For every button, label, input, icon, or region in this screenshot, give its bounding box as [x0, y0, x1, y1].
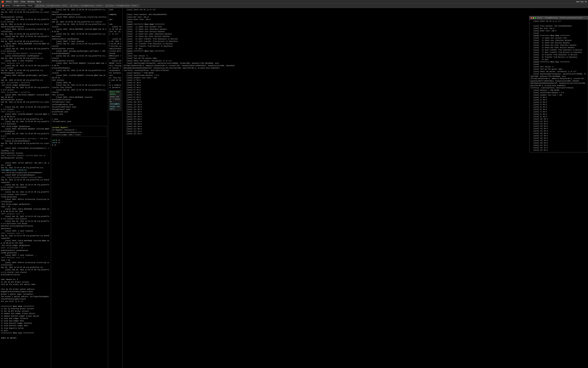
terminal-mid-left[interactable]: [java] Sep 28, 2022 12:33:02 AM org.grea… — [51, 8, 108, 184]
mid-warning3: on a temporary password, — [109, 84, 121, 89]
ml-line-1: [java] Sep 28, 2022 12:33:02 AM org.grea… — [52, 9, 107, 13]
mid-run: run: — [109, 23, 121, 26]
ml-line-33 — [52, 116, 107, 118]
tab-2-close[interactable]: ✕ — [36, 5, 38, 7]
left-line-25: INFO: accountName = greatfree — [1, 91, 50, 94]
left-line-1: INFO: message.getMessage().getType() = 3… — [1, 9, 50, 11]
terminal-left[interactable]: INFO: message.getMessage().getType() = 3… — [0, 8, 51, 184]
left-line-34: .hot.child.Ledger getBalances — [1, 125, 50, 128]
ml-line-21: [java] INFO: me — [52, 82, 107, 84]
r-spacer2: [java] — [123, 21, 294, 23]
left-line-20: [java] INFO: message.getMessage().getTyp… — [1, 74, 50, 79]
left-line-45 — [1, 159, 50, 162]
r-item14: [java] 14) 50.0 — [123, 111, 294, 113]
r-item20: [java] 20) 50.0 — [123, 125, 294, 128]
ml-line-19: [java] INFO: CLUSTER_REQUEST received @W… — [52, 74, 107, 79]
ml-line-6: [java] INFO: CHILD_RESPONSE received @We… — [52, 28, 107, 33]
r-item9: [java] 9) 50.0 — [123, 99, 294, 101]
tab-3-label: libing — libing@beizhang: ~/Wind/Cry/Bit… — [73, 5, 103, 7]
menu-shell[interactable]: Shell — [6, 1, 12, 3]
left-line-18: Sep 28, 2022 12:33:02 AM org.greatfree.c… — [1, 69, 50, 72]
r-unspent: [java] unspent list size = 160 — [123, 77, 294, 79]
ml-line-11: RootDispatcher process — [52, 48, 107, 50]
ml-prompt-user2: user — [52, 141, 56, 144]
left-line-50: [java] ROOT processRootRequest — [1, 174, 50, 176]
ml-account-req: ACCOUNT_REQUEST: — [53, 127, 106, 129]
left-line-39: [java] processRootRequest — [1, 140, 50, 142]
r-item1: [java] 1) 50.0 — [123, 79, 294, 82]
left-line-28: Sep 28, 2022 12:33:02 AM org.greatfree.c… — [1, 101, 50, 106]
ml-prompt3: $ cd .. — [52, 144, 107, 146]
mid-bitcoin-client: [java] Sep 28, 2022 12:22:58 AM wf.bitco… — [109, 38, 121, 55]
menu-view[interactable]: View — [21, 1, 25, 3]
left-line-17: [java] Sep 28, 2022 12:33:24 AM org.grea… — [1, 64, 50, 69]
left-line-7: Sep 28, 2022 12:33:02 AM org.greatfree.c… — [1, 33, 50, 35]
ml-account-req4: Response(Ledger.SUB().create — [53, 134, 106, 136]
left-line-3: RootDispatcher process — [1, 16, 50, 18]
left-line-13: [java] endezvousPoint saveResponse — [1, 55, 50, 57]
ml-prompt-user: user — [52, 139, 56, 141]
terminal-right[interactable]: [java] Check the CE (y or n)? [java] Tot… — [123, 8, 294, 184]
left-line-35: [java] INFO: MULTICAST_REQUEST received … — [1, 128, 50, 130]
left-line-19: RootDispatcher process — [1, 72, 50, 74]
r-check-ce: [java] Check the CE (y or n)? — [123, 9, 294, 11]
r-wallet-info: [java] {walletname=testwallet, walletver… — [123, 62, 294, 64]
mid-spacer1 — [109, 11, 121, 13]
terminal-mid[interactable]: init: compile: jar: run: [java] Tell me … — [108, 8, 123, 184]
left-line-9: Sep 28, 2022 12:33:02 AM org.greatfree.c… — [1, 40, 50, 43]
r-unconfirmed: [java] unconfirmed balance = 0.0 — [123, 74, 294, 77]
mid-spacer2 — [109, 16, 121, 18]
ml-line-17: processRootRequest — [52, 67, 107, 69]
ml-line-25: [java] INFO: CHILD_RESPONSE received — [52, 96, 107, 99]
ml-line-16: [java] INFO: MULTICAST_REQUEST received … — [52, 62, 107, 67]
ml-line-27: ThreadCreator.java — [52, 101, 107, 103]
r-item4: [java] 4) 50.0 — [123, 86, 294, 89]
left-line-40: Sep 28, 2022 12:33:02 AM org.greatfree.c… — [1, 142, 50, 147]
r-ether-coin: [java] Ether Coin: 100.0 — [123, 18, 294, 21]
ml-line-24: cher process — [52, 94, 107, 96]
r-item13: [java] 13) 50.0 — [123, 108, 294, 111]
mid-nrpcclient: NRPCClient <clinit> — [109, 55, 121, 60]
mid-warning: [java] WARNING: Currently relying on rpc… — [109, 60, 121, 77]
ml-spacer — [52, 123, 107, 125]
r-tell-wallet: [java] Tell me the wallet name: — [123, 57, 294, 60]
tab-3[interactable]: ✕ libing — libing@beizhang: ~/Wind/Cry/B… — [69, 4, 104, 8]
r-item21: [java] 21) 50.0 — [123, 128, 294, 130]
ml-line-26: processNotification — [52, 99, 107, 101]
ml-prompt1: user$ cd . — [52, 139, 107, 141]
left-line-10: [java] INFO: CHILD_RESPONSE received @We… — [1, 43, 50, 47]
menu-window[interactable]: Window — [28, 1, 35, 3]
r-item5: [java] 5) 25.0 — [123, 89, 294, 91]
menu-help[interactable]: Help — [37, 1, 41, 3]
mid-compile: compile: — [109, 13, 121, 16]
left-line-22: INFO: accountName = greatfree — [1, 82, 50, 84]
ml-line-22: [java] Sep 28, 2022 12:34:24 AM org.grea… — [52, 84, 107, 89]
tab-1-close[interactable]: ✕ — [2, 5, 4, 7]
r-item18: [java] 18) 50.0 — [123, 120, 294, 123]
tab-4[interactable]: ✕ libing — libing@beizhang: ~/Wind/Cry/C… — [105, 4, 140, 8]
ml-line-34: r.java — [52, 118, 107, 120]
menu-edit[interactable]: Edit — [14, 1, 18, 3]
apple-menu[interactable]: 🍎 — [1, 0, 4, 3]
left-line-24: [java] Sep 28, 2022 12:33:02 AM org.grea… — [1, 86, 50, 91]
mid-spacer4 — [109, 35, 121, 38]
terminal-mid-left-content: [java] Sep 28, 2022 12:33:02 AM org.grea… — [51, 8, 108, 184]
tab-2[interactable]: ✕ libing — libing@beizhang: ~/Wind/Cry/C… — [35, 4, 69, 8]
ml-account-req3: r = (CreateAccountRequest)rec — [53, 131, 106, 134]
left-line-37: [java] Sep 28, 2022 12:33:02 AM org.grea… — [1, 133, 50, 137]
left-line-52: Sep 28, 2022 12:34:24 AM org.greatfree.c… — [1, 179, 50, 184]
left-line-33: [java] Sep 28, 2022 12:33:02 AM org.grea… — [1, 120, 50, 125]
r-item15: [java] 15) 50.0 — [123, 113, 294, 115]
tab-1[interactable]: ✕ libing — libing@beizhang: ~/Wind/Cry/C… — [1, 4, 35, 8]
tab-3-close[interactable]: ✕ — [70, 5, 72, 7]
r-opt2: [java] 2) Check your Chainless balance — [123, 28, 294, 30]
left-line-44: RootDispatcher process — [1, 157, 50, 159]
ml-line-4: Sep 28, 2022 12:33:02 AM org.greatfree.c… — [52, 21, 107, 23]
terminal-left-content: INFO: message.getMessage().getType() = 3… — [0, 8, 51, 184]
left-line-4: [java] Sep 28, 2022 12:33:02 AM org.grea… — [1, 18, 50, 23]
left-line-12: INFO: CHECK_BALANCE_REQUEST received @We… — [1, 52, 50, 55]
tab-4-close[interactable]: ✕ — [106, 5, 108, 7]
build-path: libing@beizhang:~/Wind/Cr — [110, 103, 121, 110]
left-line-41: [java] INFO: ClusterRoot-processRequest(… — [1, 147, 50, 152]
left-line-43: INFO: MULTICAST_REQUEST received @Wed Se… — [1, 155, 50, 157]
